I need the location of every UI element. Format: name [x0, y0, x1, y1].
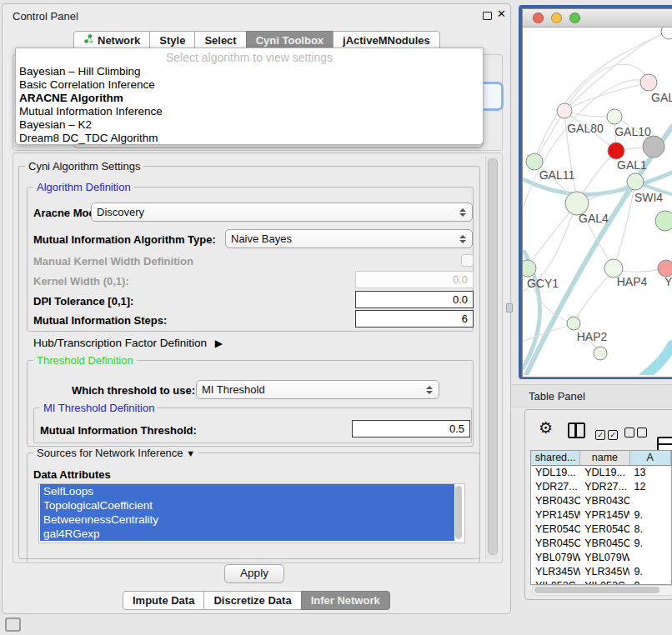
aracne-mode-value: Discovery [97, 206, 458, 218]
column-header-shared-[interactable]: shared... [531, 451, 580, 466]
columns-icon[interactable] [568, 422, 585, 438]
column-header-a[interactable]: A [630, 451, 671, 466]
table-cell: 9. [629, 537, 671, 551]
net-node-label: GAL1 [617, 158, 647, 172]
close-icon[interactable]: ✕ [497, 8, 506, 20]
net-node-gal11[interactable] [526, 153, 543, 170]
net-node-gal[interactable] [640, 74, 657, 91]
net-edge [564, 64, 649, 111]
data-attributes-list[interactable]: SelfLoopsTopologicalCoefficientBetweenne… [38, 483, 465, 543]
dropdown-item-bayesian-k2[interactable]: Bayesian – K2 [18, 118, 481, 132]
data-attributes-label: Data Attributes [33, 468, 111, 481]
node-table[interactable]: shared...nameA YDL19...YDL19...13YDR27..… [530, 450, 672, 585]
net-node-hap2[interactable] [567, 317, 580, 330]
net-node-swi4[interactable] [627, 173, 644, 190]
apply-button-label: Apply [240, 567, 268, 579]
which-threshold-combo[interactable]: MI Threshold [196, 380, 439, 399]
table-body: YDL19...YDL19...13YDR27...YDR27...12YBR0… [531, 466, 671, 585]
dropdown-item-mutual-information-inference[interactable]: Mutual Information Inference [18, 105, 481, 118]
float-window-icon[interactable] [483, 12, 492, 20]
table-cell: YBR045C [531, 537, 580, 551]
deselect-all-checkboxes-icon[interactable] [624, 426, 649, 441]
manual-kernel-checkbox[interactable] [461, 254, 474, 267]
tab-label: Cyni Toolbox [256, 32, 323, 49]
apply-button[interactable]: Apply [224, 564, 284, 583]
net-node[interactable] [661, 28, 672, 39]
dropdown-item-dream8-dc-tdc-algorithm[interactable]: Dream8 DC_TDC Algorithm [18, 132, 481, 145]
table-row[interactable]: YIL052CYIL052C9. [531, 579, 671, 585]
network-canvas[interactable]: GALGAL80GAL10GAL1GAL11SWI4GAL4GCY1HAP4YH… [523, 28, 672, 375]
table-row[interactable]: YLR345WYLR345W9. [531, 565, 671, 579]
zoom-traffic-light[interactable] [569, 12, 580, 23]
attribute-item-gal4rgexp[interactable]: gal4RGexp [40, 527, 454, 541]
net-node-label: Y [664, 275, 672, 288]
table-cell: 9. [629, 565, 671, 579]
attribute-item-selfloops[interactable]: SelfLoops [40, 484, 454, 498]
table-cell: YBR045C [580, 537, 629, 551]
net-edge [564, 82, 649, 111]
tab-impute-data[interactable]: Impute Data [123, 591, 204, 610]
sources-toggle[interactable]: Sources for Network Inference ▼ [33, 447, 198, 459]
net-node[interactable] [643, 136, 664, 158]
attribute-item-topologicalcoefficient[interactable]: TopologicalCoefficient [40, 498, 454, 512]
select-all-checkboxes-icon[interactable]: ✓✓ [595, 426, 620, 441]
net-node-gal80[interactable] [557, 103, 572, 118]
settings-scrollbar-thumb[interactable] [488, 158, 498, 555]
aracne-mode-combo[interactable]: Discovery [91, 202, 473, 222]
table-row[interactable]: YBR045CYBR045C9. [531, 537, 671, 551]
net-node-label: GAL4 [579, 212, 609, 225]
table-row[interactable]: YDL19...YDL19...13 [531, 466, 671, 480]
bottom-tab-bar: Impute DataDiscretize DataInfer Network [123, 591, 390, 610]
table-cell: 9. [629, 508, 671, 522]
table-hscrollbar-thumb[interactable] [534, 587, 659, 593]
tab-infer-network[interactable]: Infer Network [301, 591, 390, 610]
table-row[interactable]: YBL079WYBL079W [531, 551, 671, 565]
dpi-tolerance-label: DPI Tolerance [0,1]: [33, 295, 133, 308]
table-cell: YPR145W [580, 508, 629, 522]
minimized-panel-icon[interactable] [5, 618, 21, 632]
mi-algorithm-type-combo[interactable]: Naive Bayes [225, 229, 473, 248]
table-row[interactable]: YDR27...YDR27...12 [531, 480, 671, 494]
net-node-y[interactable] [658, 260, 672, 277]
kernel-width-field[interactable] [355, 271, 474, 288]
network-window-titlebar[interactable] [523, 9, 672, 28]
net-node-gal1[interactable] [608, 142, 624, 159]
combo-spinner-icon [424, 386, 434, 394]
table-header-row: shared...nameA [531, 451, 671, 466]
close-traffic-light[interactable] [533, 12, 544, 23]
panel-splitter-handle[interactable] [506, 303, 513, 312]
column-header-name[interactable]: name [580, 451, 629, 466]
kernel-width-label: Kernel Width (0,1): [33, 275, 129, 288]
net-node-gcy1[interactable] [523, 260, 536, 277]
dropdown-item-bayesian-hill-climbing[interactable]: Bayesian – Hill Climbing [18, 65, 481, 78]
tab-label: Impute Data [133, 592, 194, 609]
dpi-tolerance-field[interactable] [355, 291, 474, 308]
net-node-label: HAP4 [617, 275, 648, 288]
net-node-label: GAL80 [567, 122, 604, 135]
tab-label: Infer Network [311, 592, 380, 609]
net-node[interactable] [594, 347, 607, 360]
which-threshold-value: MI Threshold [202, 383, 424, 396]
hub-definition-toggle[interactable]: Hub/Transcription Factor Definition ▶ [33, 337, 223, 349]
tab-label: jActiveMNodules [343, 32, 430, 49]
table-row[interactable]: YPR145WYPR145W9. [531, 508, 671, 522]
table-cell: YBL079W [531, 551, 580, 565]
table-row[interactable]: YER054CYER054C8. [531, 522, 671, 537]
net-node[interactable] [655, 211, 672, 231]
dropdown-item-basic-correlation-inference[interactable]: Basic Correlation Inference [18, 78, 481, 92]
mi-steps-field[interactable] [355, 310, 474, 328]
mi-threshold-field[interactable] [352, 420, 470, 438]
table-cell: YPR145W [531, 508, 580, 522]
settings-scrollbar[interactable] [485, 157, 499, 559]
control-panel-title: Control Panel [13, 10, 78, 22]
attributes-scrollbar-thumb[interactable] [455, 486, 462, 539]
attribute-item-betweennesscentrality[interactable]: BetweennessCentrality [40, 512, 454, 527]
gear-icon[interactable]: ⚙ [539, 418, 553, 438]
tab-label: Discretize Data [213, 592, 291, 609]
minimize-traffic-light[interactable] [551, 12, 562, 23]
net-node-gal10[interactable] [607, 109, 622, 124]
dropdown-item-aracne-algorithm[interactable]: ARACNE Algorithm [18, 92, 481, 105]
table-hscrollbar[interactable] [532, 585, 672, 596]
table-row[interactable]: YBR043CYBR043C [531, 494, 671, 508]
tab-discretize-data[interactable]: Discretize Data [203, 591, 301, 610]
